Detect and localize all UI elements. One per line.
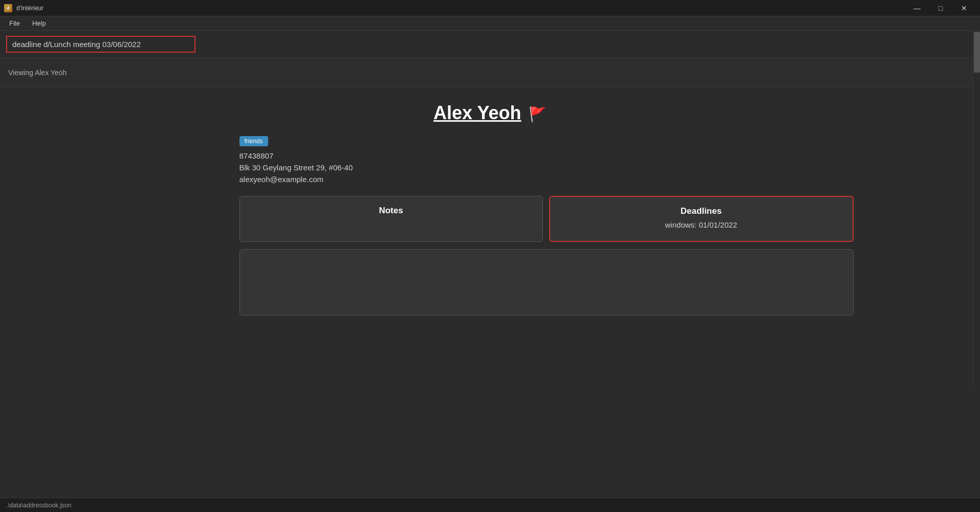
search-input[interactable] — [6, 36, 195, 53]
menu-help[interactable]: Help — [27, 17, 51, 29]
contact-name: Alex Yeoh — [433, 102, 521, 123]
contact-card: Alex Yeoh 🚩 friends 87438807 Blk 30 Geyl… — [117, 102, 864, 316]
contact-details: friends 87438807 Blk 30 Geylang Street 2… — [239, 136, 864, 184]
search-bar — [0, 31, 980, 58]
menu-file[interactable]: File — [4, 17, 25, 29]
contact-email: alexyeoh@example.com — [239, 175, 864, 184]
viewing-label: Viewing Alex Yeoh — [8, 69, 67, 77]
maximize-button[interactable]: □ — [929, 0, 952, 16]
deadlines-panel-title: Deadlines — [681, 206, 722, 216]
notes-area — [239, 249, 854, 316]
status-path: .\data\addressbook.json — [6, 502, 71, 509]
status-bar: .\data\addressbook.json — [0, 498, 980, 512]
contact-address: Blk 30 Geylang Street 29, #06-40 — [239, 163, 864, 172]
scrollbar-thumb[interactable] — [974, 32, 980, 73]
flag-icon: 🚩 — [529, 106, 547, 122]
menu-bar: File Help — [0, 16, 980, 31]
close-button[interactable]: ✕ — [952, 0, 976, 16]
title-bar-controls: — □ ✕ — [905, 0, 976, 16]
contact-tag: friends — [239, 136, 268, 146]
viewing-bar: Viewing Alex Yeoh — [0, 58, 980, 87]
notes-panel: Notes — [239, 196, 543, 242]
title-bar: d d'Intérieur — □ ✕ — [0, 0, 980, 16]
app-title: d'Intérieur — [16, 5, 43, 12]
main-content: Alex Yeoh 🚩 friends 87438807 Blk 30 Geyl… — [0, 87, 980, 331]
contact-phone: 87438807 — [239, 151, 864, 160]
deadlines-panel: Deadlines windows: 01/01/2022 — [549, 196, 854, 242]
app-icon: d — [4, 4, 12, 12]
panels-row: Notes Deadlines windows: 01/01/2022 — [239, 196, 854, 242]
contact-name-row: Alex Yeoh 🚩 — [117, 102, 864, 124]
minimize-button[interactable]: — — [905, 0, 929, 16]
deadline-entry: windows: 01/01/2022 — [665, 220, 737, 229]
notes-panel-title: Notes — [379, 206, 403, 216]
title-bar-left: d d'Intérieur — [4, 4, 43, 12]
